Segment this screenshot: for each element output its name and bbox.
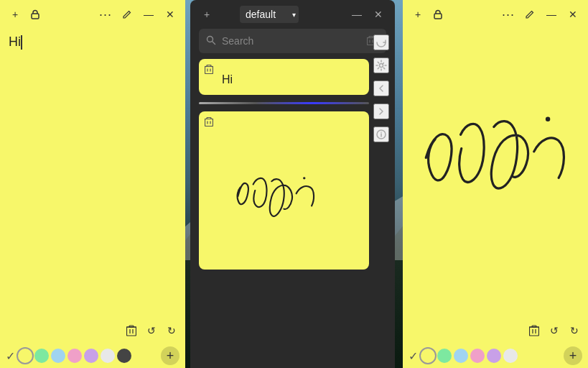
svg-rect-16 bbox=[205, 119, 213, 126]
left-color-yellow[interactable] bbox=[18, 349, 32, 363]
left-lock-button[interactable] bbox=[27, 6, 43, 22]
left-color-purple[interactable] bbox=[84, 349, 98, 363]
center-panel: + default work personal — ✕ bbox=[190, 0, 395, 368]
notes-list[interactable]: Hi bbox=[190, 59, 395, 368]
tool-settings-button[interactable] bbox=[373, 58, 389, 73]
lock-icon bbox=[30, 9, 40, 19]
tool-arrow-left-button[interactable] bbox=[373, 80, 389, 96]
svg-rect-22 bbox=[530, 327, 539, 336]
right-active-color-check: ✓ bbox=[409, 349, 418, 363]
svg-line-5 bbox=[213, 41, 215, 44]
search-icon bbox=[206, 35, 216, 47]
svg-rect-0 bbox=[32, 14, 39, 19]
left-active-color-check: ✓ bbox=[6, 349, 15, 363]
right-titlebar: + ··· — ✕ bbox=[403, 0, 588, 29]
collection-select[interactable]: default work personal bbox=[240, 6, 299, 23]
right-redo-button[interactable]: ↻ bbox=[566, 323, 582, 339]
tool-info-button[interactable] bbox=[373, 126, 389, 142]
title-select-wrapper: default work personal bbox=[240, 6, 299, 23]
right-lock-button[interactable] bbox=[430, 6, 446, 22]
center-side-tools bbox=[373, 34, 389, 142]
right-color-blue[interactable] bbox=[454, 349, 468, 363]
left-color-green[interactable] bbox=[34, 349, 49, 363]
left-note-text: Hi bbox=[9, 34, 21, 49]
right-close-button[interactable]: ✕ bbox=[565, 6, 581, 22]
right-drawing-svg bbox=[403, 29, 588, 318]
center-minimize-button[interactable]: — bbox=[349, 6, 365, 22]
right-add-color-button[interactable]: + bbox=[564, 346, 582, 365]
right-edit-icon bbox=[525, 9, 535, 19]
left-note-toolbar: ↺ ↻ bbox=[0, 318, 185, 344]
right-sticky-note: + ··· — ✕ bbox=[403, 0, 588, 368]
text-cursor bbox=[21, 35, 22, 50]
svg-point-21 bbox=[546, 117, 550, 121]
left-color-bar: ✓ + bbox=[0, 344, 185, 368]
note-card-2-delete[interactable] bbox=[205, 117, 213, 129]
right-note-drawing-area[interactable] bbox=[403, 29, 588, 318]
right-more-button[interactable]: ··· bbox=[500, 6, 516, 22]
right-undo-button[interactable]: ↺ bbox=[546, 323, 562, 339]
right-note-toolbar: ↺ ↻ bbox=[403, 318, 588, 344]
note-card-drawing[interactable] bbox=[199, 111, 369, 270]
center-titlebar: + default work personal — ✕ bbox=[190, 0, 395, 29]
left-close-button[interactable]: ✕ bbox=[162, 6, 178, 22]
edit-icon bbox=[122, 9, 132, 19]
svg-point-12 bbox=[381, 132, 382, 133]
right-lock-icon bbox=[433, 9, 443, 19]
center-drawing-svg bbox=[199, 111, 369, 270]
left-undo-button[interactable]: ↺ bbox=[144, 323, 159, 339]
tool-arrow-right-button[interactable] bbox=[373, 104, 389, 119]
right-titlebar-right: ··· — ✕ bbox=[500, 6, 581, 22]
note-card-1-delete[interactable] bbox=[205, 65, 213, 77]
trash-icon bbox=[126, 325, 136, 336]
svg-rect-20 bbox=[434, 14, 442, 19]
right-color-yellow[interactable] bbox=[421, 349, 435, 363]
left-color-black[interactable] bbox=[117, 349, 131, 363]
note-card-1-text: Hi bbox=[207, 70, 360, 86]
right-delete-button[interactable] bbox=[526, 323, 542, 339]
center-titlebar-right: — ✕ bbox=[349, 6, 386, 22]
left-redo-button[interactable]: ↻ bbox=[164, 323, 179, 339]
right-edit-button[interactable] bbox=[522, 6, 538, 22]
left-minimize-button[interactable]: — bbox=[141, 6, 157, 22]
left-edit-button[interactable] bbox=[119, 6, 135, 22]
left-delete-button[interactable] bbox=[123, 323, 139, 339]
left-sticky-note: + ··· — ✕ Hi bbox=[0, 0, 185, 368]
left-color-white[interactable] bbox=[101, 349, 115, 363]
trash-icon-card2 bbox=[205, 117, 213, 127]
left-titlebar: + ··· — ✕ bbox=[0, 0, 185, 29]
right-color-bar: ✓ + bbox=[403, 344, 588, 368]
left-note-content[interactable]: Hi bbox=[0, 29, 185, 318]
svg-rect-13 bbox=[205, 67, 213, 74]
right-add-button[interactable]: + bbox=[410, 6, 426, 22]
right-color-pink[interactable] bbox=[470, 349, 485, 363]
right-color-white[interactable] bbox=[503, 349, 518, 363]
tool-refresh-button[interactable] bbox=[373, 34, 389, 50]
search-input[interactable] bbox=[222, 35, 358, 47]
left-more-button[interactable]: ··· bbox=[98, 6, 113, 22]
right-trash-icon bbox=[529, 325, 539, 336]
left-add-button[interactable]: + bbox=[7, 6, 23, 22]
center-close-button[interactable]: ✕ bbox=[370, 6, 386, 22]
left-color-pink[interactable] bbox=[67, 349, 82, 363]
search-bar bbox=[199, 29, 386, 53]
note-card-text[interactable]: Hi bbox=[199, 59, 369, 95]
trash-icon-card1 bbox=[205, 65, 213, 75]
left-add-color-button[interactable]: + bbox=[161, 346, 179, 365]
left-color-blue[interactable] bbox=[51, 349, 65, 363]
right-color-purple[interactable] bbox=[487, 349, 501, 363]
svg-point-19 bbox=[303, 177, 305, 179]
left-titlebar-right: ··· — ✕ bbox=[98, 6, 178, 22]
notes-divider bbox=[199, 102, 369, 104]
svg-rect-1 bbox=[127, 327, 136, 336]
right-color-green[interactable] bbox=[437, 349, 452, 363]
right-minimize-button[interactable]: — bbox=[543, 6, 559, 22]
center-add-button[interactable]: + bbox=[199, 6, 215, 22]
